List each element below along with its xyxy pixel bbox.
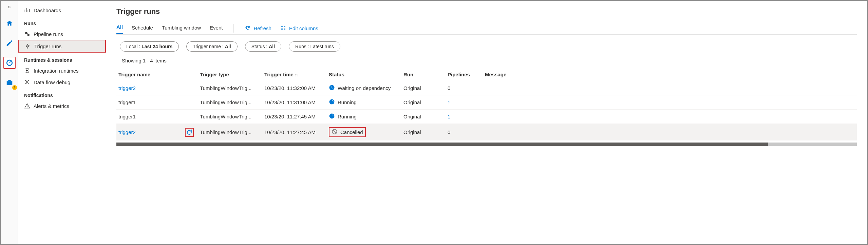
- svg-point-5: [329, 99, 335, 105]
- label: Trigger runs: [34, 43, 61, 49]
- tab-tumbling[interactable]: Tumbling window: [162, 23, 201, 34]
- cancel-icon: [332, 129, 338, 136]
- table-row[interactable]: trigger1TumblingWindowTrig...10/23/20, 1…: [116, 95, 857, 109]
- cell-status: Waiting on dependency: [329, 84, 403, 92]
- pipeline-icon: [24, 31, 30, 37]
- alert-icon: [24, 103, 30, 109]
- rail-author[interactable]: [3, 37, 16, 49]
- edit-columns-button[interactable]: Edit columns: [280, 25, 318, 31]
- page-title: Trigger runs: [116, 7, 857, 16]
- tab-all[interactable]: All: [116, 22, 123, 34]
- cell-trigger-name: trigger1: [118, 114, 200, 119]
- sidebar-head-notifications: Notifications: [18, 88, 106, 100]
- gauge-icon: [6, 59, 13, 67]
- pill-runs[interactable]: Runs : Latest runs: [289, 41, 340, 52]
- cell-trigger-type: TumblingWindowTrig...: [200, 99, 264, 105]
- table-row[interactable]: trigger2TumblingWindowTrig...10/23/20, 1…: [116, 81, 857, 95]
- label: Data flow debug: [34, 79, 70, 85]
- columns-icon: [280, 25, 286, 31]
- cell-trigger-time: 10/23/20, 11:32:00 AM: [264, 85, 329, 91]
- separator: [233, 24, 234, 33]
- app-root: » Dashboards Runs Pipeline runs Trigger …: [0, 0, 868, 245]
- label: Edit columns: [289, 25, 318, 31]
- trigger-icon: [25, 43, 31, 49]
- trigger-runs-table: Trigger name Trigger type Trigger time↑↓…: [116, 68, 857, 140]
- col-status[interactable]: Status: [329, 72, 403, 77]
- col-pipelines[interactable]: Pipelines: [448, 72, 485, 77]
- col-name[interactable]: Trigger name: [118, 72, 200, 77]
- sidebar: Dashboards Runs Pipeline runs Trigger ru…: [18, 1, 106, 244]
- table-row[interactable]: trigger1TumblingWindowTrig...10/23/20, 1…: [116, 109, 857, 124]
- svg-rect-3: [8, 80, 11, 81]
- sidebar-alerts-metrics[interactable]: Alerts & metrics: [18, 100, 106, 112]
- rail-home[interactable]: [3, 17, 16, 30]
- label: Alerts & metrics: [34, 103, 69, 109]
- table-row[interactable]: trigger2TumblingWindowTrig...10/23/20, 1…: [116, 124, 857, 140]
- cell-run: Original: [403, 99, 448, 105]
- cell-trigger-time: 10/23/20, 11:31:00 AM: [264, 99, 329, 105]
- toolbox-icon: [6, 79, 13, 86]
- rail-monitor[interactable]: [3, 57, 16, 69]
- label: Refresh: [253, 25, 271, 31]
- icon-rail: »: [1, 1, 18, 244]
- cell-run: Original: [403, 114, 448, 119]
- cell-trigger-time: 10/23/20, 11:27:45 AM: [264, 129, 329, 135]
- showing-text: Showing 1 - 4 items: [116, 58, 857, 63]
- rail-manage[interactable]: [3, 76, 16, 89]
- integration-icon: [24, 68, 30, 74]
- col-message[interactable]: Message: [485, 72, 855, 77]
- col-run[interactable]: Run: [403, 72, 448, 77]
- cell-trigger-type: TumblingWindowTrig...: [200, 85, 264, 91]
- cell-trigger-type: TumblingWindowTrig...: [200, 129, 264, 135]
- clock-icon: [329, 84, 335, 92]
- cell-run: Original: [403, 85, 448, 91]
- pill-local[interactable]: Local : Last 24 hours: [120, 41, 179, 52]
- tabs-row: All Schedule Tumbling window Event Refre…: [116, 22, 857, 35]
- sidebar-dataflow-debug[interactable]: Data flow debug: [18, 76, 106, 88]
- main-panel: Trigger runs All Schedule Tumbling windo…: [106, 1, 867, 244]
- dashboard-icon: [24, 7, 30, 13]
- label: Dashboards: [34, 7, 61, 13]
- col-type[interactable]: Trigger type: [200, 72, 264, 77]
- tab-schedule[interactable]: Schedule: [132, 23, 153, 34]
- cell-pipelines[interactable]: 1: [448, 114, 485, 119]
- pill-status[interactable]: Status : All: [245, 41, 281, 52]
- pill-trigger-name[interactable]: Trigger name : All: [186, 41, 237, 52]
- cell-status: Cancelled: [329, 127, 366, 137]
- cell-trigger-name[interactable]: trigger2: [118, 128, 200, 137]
- label: Pipeline runs: [34, 31, 63, 37]
- cell-pipelines[interactable]: 1: [448, 99, 485, 105]
- cell-trigger-name: trigger1: [118, 99, 200, 105]
- sidebar-head-runs: Runs: [18, 16, 106, 28]
- table-header: Trigger name Trigger type Trigger time↑↓…: [116, 68, 857, 81]
- sidebar-dashboards[interactable]: Dashboards: [18, 4, 106, 16]
- cell-pipelines: 0: [448, 129, 485, 135]
- sidebar-trigger-runs[interactable]: Trigger runs: [18, 40, 106, 53]
- tab-event[interactable]: Event: [210, 23, 223, 34]
- svg-line-8: [333, 130, 336, 133]
- rerun-button[interactable]: [185, 128, 194, 137]
- pencil-icon: [6, 39, 13, 47]
- horizontal-scrollbar[interactable]: [116, 143, 857, 146]
- sidebar-integration-runtimes[interactable]: Integration runtimes: [18, 65, 106, 76]
- sidebar-head-runtimes: Runtimes & sessions: [18, 53, 106, 65]
- filter-pills: Local : Last 24 hours Trigger name : All…: [116, 41, 857, 52]
- cell-trigger-name[interactable]: trigger2: [118, 85, 200, 91]
- svg-rect-2: [6, 81, 12, 85]
- cell-trigger-type: TumblingWindowTrig...: [200, 114, 264, 119]
- sort-icon: ↑↓: [295, 73, 299, 77]
- cell-pipelines: 0: [448, 85, 485, 91]
- expand-icon[interactable]: »: [8, 4, 11, 10]
- refresh-icon: [245, 25, 251, 31]
- cell-status: Running: [329, 113, 403, 120]
- dataflow-icon: [24, 79, 30, 85]
- sidebar-pipeline-runs[interactable]: Pipeline runs: [18, 28, 106, 40]
- col-time[interactable]: Trigger time↑↓: [264, 72, 329, 77]
- svg-point-6: [329, 114, 335, 119]
- spin-icon: [329, 113, 335, 120]
- spin-icon: [329, 99, 335, 106]
- cell-trigger-time: 10/23/20, 11:27:45 AM: [264, 114, 329, 119]
- refresh-button[interactable]: Refresh: [245, 25, 271, 31]
- cell-run: Original: [403, 129, 448, 135]
- scroll-thumb[interactable]: [116, 143, 768, 146]
